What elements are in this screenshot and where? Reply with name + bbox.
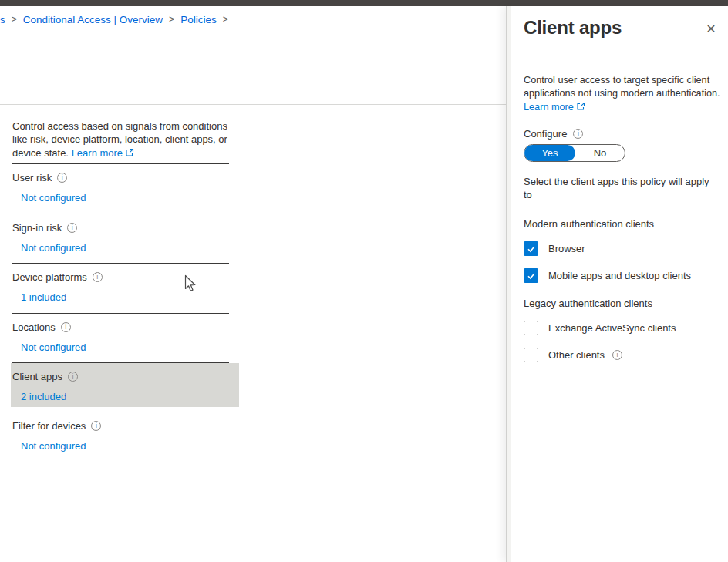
learn-more-link[interactable]: Learn more <box>524 102 574 113</box>
checkbox-row-other-clients[interactable]: Other clients i <box>524 348 622 362</box>
condition-value-link[interactable]: 2 included <box>21 391 66 402</box>
checkbox-label: Mobile apps and desktop clients <box>548 270 691 281</box>
condition-label: User risk <box>12 172 52 183</box>
condition-value-link[interactable]: Not configured <box>21 342 86 353</box>
breadcrumb: s > Conditional Access | Overview > Poli… <box>0 12 228 27</box>
checkbox-label: Other clients <box>548 349 605 361</box>
configure-toggle[interactable]: Yes No <box>524 144 625 162</box>
top-bar <box>0 0 728 6</box>
modern-clients-heading: Modern authentication clients <box>524 218 654 230</box>
condition-value-link[interactable]: Not configured <box>21 192 86 204</box>
checkbox-unchecked-icon[interactable] <box>524 348 538 362</box>
condition-label: Locations <box>12 321 56 333</box>
condition-value-link[interactable]: Not configured <box>21 440 86 452</box>
configure-label-row: Configure i <box>524 128 583 140</box>
condition-user-risk: User riski Not configured <box>12 163 229 214</box>
breadcrumb-item-truncated[interactable]: s <box>0 14 5 25</box>
header-divider <box>0 104 506 105</box>
checkbox-checked-icon[interactable] <box>524 241 538 256</box>
condition-label: Client apps <box>12 371 62 382</box>
external-link-icon <box>125 147 134 160</box>
condition-filter-for-devices: Filter for devicesi Not configured <box>12 412 229 463</box>
conditions-list: User riski Not configured Sign-in riski … <box>12 163 229 463</box>
chevron-right-icon: > <box>223 14 228 25</box>
checkbox-unchecked-icon[interactable] <box>524 321 538 335</box>
conditions-intro-text: Control access based on signals from con… <box>12 119 239 160</box>
chevron-right-icon: > <box>12 14 17 25</box>
info-icon[interactable]: i <box>57 173 67 183</box>
info-icon[interactable]: i <box>573 129 583 139</box>
info-icon[interactable]: i <box>67 223 77 233</box>
learn-more-link[interactable]: Learn more <box>72 147 123 159</box>
info-icon[interactable]: i <box>612 350 622 360</box>
toggle-yes-option[interactable]: Yes <box>524 145 575 161</box>
toggle-no-option[interactable]: No <box>575 145 625 161</box>
legacy-clients-heading: Legacy authentication clients <box>524 298 652 309</box>
client-apps-panel: Client apps ✕ Control user access to tar… <box>506 6 728 562</box>
checkbox-checked-icon[interactable] <box>524 268 538 283</box>
checkbox-row-exchange-activesync[interactable]: Exchange ActiveSync clients <box>524 321 676 335</box>
info-icon[interactable]: i <box>91 421 101 431</box>
info-icon[interactable]: i <box>68 372 78 382</box>
checkbox-row-browser[interactable]: Browser <box>524 241 585 256</box>
checkbox-label: Browser <box>548 243 585 254</box>
condition-value-link[interactable]: Not configured <box>21 242 86 254</box>
checkbox-label: Exchange ActiveSync clients <box>548 322 676 334</box>
breadcrumb-item-policies[interactable]: Policies <box>180 14 217 25</box>
condition-sign-in-risk: Sign-in riski Not configured <box>12 214 229 263</box>
condition-device-platforms: Device platformsi 1 included <box>12 263 229 313</box>
select-prompt: Select the client apps this policy will … <box>524 175 716 202</box>
close-icon[interactable]: ✕ <box>703 20 720 37</box>
condition-label: Sign-in risk <box>12 222 62 234</box>
condition-label: Filter for devices <box>12 420 86 432</box>
condition-label: Device platforms <box>12 271 87 283</box>
condition-client-apps[interactable]: Client appsi 2 included <box>12 362 229 412</box>
page: s > Conditional Access | Overview > Poli… <box>0 0 728 562</box>
external-link-icon <box>576 102 585 115</box>
panel-description-text: Control user access to target specific c… <box>524 75 720 99</box>
chevron-right-icon: > <box>169 14 174 25</box>
panel-description: Control user access to target specific c… <box>524 74 723 115</box>
checkbox-row-mobile-apps[interactable]: Mobile apps and desktop clients <box>524 268 691 283</box>
breadcrumb-item-conditional-access[interactable]: Conditional Access | Overview <box>23 14 163 25</box>
scrollbar-track[interactable] <box>507 6 511 562</box>
info-icon[interactable]: i <box>61 322 71 332</box>
condition-value-link[interactable]: 1 included <box>21 291 66 303</box>
condition-locations: Locationsi Not configured <box>12 313 229 362</box>
info-icon[interactable]: i <box>93 272 103 282</box>
configure-label: Configure <box>524 128 567 140</box>
panel-title: Client apps <box>524 17 622 39</box>
